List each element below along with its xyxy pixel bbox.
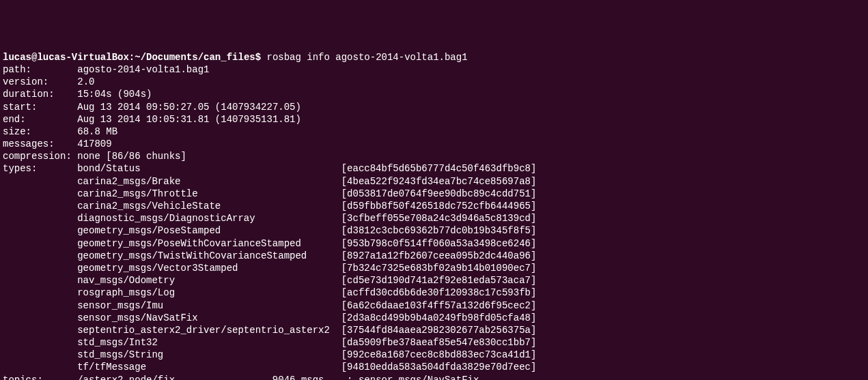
type-hash: [8927a1a12fb2607ceea095b2dc440a96]: [341, 250, 537, 261]
prompt-path: ~/Documents/can_files: [135, 52, 255, 63]
type-hash: [37544fd84aaea2982302677ab256375a]: [341, 325, 537, 336]
topics-block: topics: /asterx2_node/fix 9046 msgs : se…: [3, 374, 865, 380]
type-line: geometry_msgs/Vector3Stamped [7b324c7325…: [3, 262, 865, 274]
label-blank: [3, 213, 77, 224]
label-duration: duration:: [3, 89, 55, 100]
info-duration-line: duration: 15:04s (904s): [3, 88, 865, 100]
label-blank: [3, 188, 77, 199]
info-end-line: end: Aug 13 2014 10:05:31.81 (1407935131…: [3, 113, 865, 126]
type-name: std_msgs/Int32: [77, 337, 341, 348]
label-version: version:: [3, 76, 48, 87]
label-blank: [3, 250, 77, 261]
type-hash: [d3812c3cbc69362b77dc0b19b345f8f5]: [341, 225, 537, 236]
type-name: carina2_msgs/VehicleState: [77, 201, 341, 211]
label-blank: [3, 337, 77, 348]
prompt-line[interactable]: lucas@lucas-VirtualBox:~/Documents/can_f…: [3, 51, 865, 63]
type-hash: [6a62c6daae103f4ff57a132d6f95cec2]: [341, 300, 537, 311]
type-hash: [da5909fbe378aeaf85e547e830cc1bb7]: [341, 337, 537, 348]
info-compression-line: compression: none [86/86 chunks]: [3, 150, 865, 162]
label-blank: [3, 300, 77, 311]
label-blank: [3, 312, 77, 323]
label-blank: [3, 287, 77, 298]
value-size: 68.8 MB: [77, 126, 117, 137]
type-line: types: bond/Status [eacc84bf5d65b6777d4c…: [3, 162, 865, 175]
type-hash: [4bea522f9243fd34ea7bc74ce85697a8]: [341, 176, 537, 187]
type-hash: [7b324c7325e683bf02a9b14b01090ec7]: [341, 263, 537, 274]
topic-count: 9046: [261, 375, 295, 380]
type-line: nav_msgs/Odometry [cd5e73d190d741a2f92e8…: [3, 274, 865, 287]
type-line: std_msgs/Int32 [da5909fbe378aeaf85e547e8…: [3, 336, 865, 349]
value-compression: none [86/86 chunks]: [77, 151, 186, 162]
info-path-line: path: agosto-2014-volta1.bag1: [3, 63, 865, 76]
label-blank: [3, 362, 77, 372]
type-name: sensor_msgs/Imu: [77, 300, 341, 311]
type-line: rosgraph_msgs/Log [acffd30cd6b6de30f1209…: [3, 287, 865, 299]
type-line: carina2_msgs/Brake [4bea522f9243fd34ea7b…: [3, 175, 865, 188]
label-types: types:: [3, 163, 77, 174]
type-line: carina2_msgs/VehicleState [d59fbb8f50f42…: [3, 200, 865, 212]
label-messages: messages:: [3, 138, 55, 149]
info-version-line: version: 2.0: [3, 76, 865, 88]
type-line: sensor_msgs/Imu [6a62c6daae103f4ff57a132…: [3, 299, 865, 312]
type-hash: [953b798c0f514ff060a53a3498ce6246]: [341, 238, 537, 249]
label-path: path:: [3, 64, 31, 75]
prompt-user-host: lucas@lucas-VirtualBox: [3, 52, 129, 63]
type-name: septentrio_asterx2_driver/septentrio_ast…: [77, 325, 341, 336]
type-line: tf/tfMessage [94810edda583a504dfda3829e7…: [3, 361, 865, 373]
type-line: sensor_msgs/NavSatFix [2d3a8cd499b9b4a02…: [3, 312, 865, 324]
type-line: std_msgs/String [992ce8a1687cec8c8bd883e…: [3, 349, 865, 361]
type-hash: [992ce8a1687cec8c8bd883ec73ca41d1]: [341, 349, 537, 360]
value-messages: 417809: [77, 138, 111, 149]
type-hash: [d59fbb8f50f426518dc752cfb6444965]: [341, 201, 537, 211]
label-compression: compression:: [3, 151, 72, 162]
topic-type: sensor_msgs/NavSatFix: [359, 375, 479, 380]
separator: :: [347, 375, 359, 380]
value-start: Aug 13 2014 09:50:27.05 (1407934227.05): [77, 102, 301, 113]
type-hash: [cd5e73d190d741a2f92e81eda573aca7]: [341, 275, 537, 286]
type-name: rosgraph_msgs/Log: [77, 287, 341, 298]
type-name: geometry_msgs/Vector3Stamped: [77, 263, 341, 274]
type-name: carina2_msgs/Throttle: [77, 188, 341, 199]
type-line: geometry_msgs/TwistWithCovarianceStamped…: [3, 250, 865, 262]
info-start-line: start: Aug 13 2014 09:50:27.05 (14079342…: [3, 101, 865, 113]
type-hash: [3cfbeff055e708a24c3d946a5c8139cd]: [341, 213, 537, 224]
value-end: Aug 13 2014 10:05:31.81 (1407935131.81): [77, 114, 301, 125]
type-hash: [94810edda583a504dfda3829e70d7eec]: [341, 362, 537, 372]
command-text: rosbag info agosto-2014-volta1.bag1: [267, 52, 468, 63]
info-size-line: size: 68.8 MB: [3, 126, 865, 138]
msgs-label: msgs: [295, 375, 347, 380]
topic-name: /asterx2_node/fix: [77, 375, 261, 380]
type-name: sensor_msgs/NavSatFix: [77, 312, 341, 323]
type-hash: [d053817de0764f9ee90dbc89c4cdd751]: [341, 188, 537, 199]
type-hash: [acffd30cd6b6de30f120938c17c593fb]: [341, 287, 537, 298]
value-version: 2.0: [77, 76, 94, 87]
type-name: nav_msgs/Odometry: [77, 275, 341, 286]
label-start: start:: [3, 102, 37, 113]
label-blank: [3, 176, 77, 187]
type-name: tf/tfMessage: [77, 362, 341, 372]
types-block: types: bond/Status [eacc84bf5d65b6777d4c…: [3, 162, 865, 373]
type-name: bond/Status: [77, 163, 341, 174]
type-name: std_msgs/String: [77, 349, 341, 360]
type-line: carina2_msgs/Throttle [d053817de0764f9ee…: [3, 188, 865, 200]
label-end: end:: [3, 114, 26, 125]
label-blank: [3, 275, 77, 286]
value-path: agosto-2014-volta1.bag1: [77, 64, 209, 75]
type-hash: [2d3a8cd499b9b4a0249fb98fd05cfa48]: [341, 312, 537, 323]
type-name: carina2_msgs/Brake: [77, 176, 341, 187]
label-size: size:: [3, 126, 31, 137]
type-name: geometry_msgs/TwistWithCovarianceStamped: [77, 250, 341, 261]
value-duration: 15:04s (904s): [77, 89, 152, 100]
type-name: geometry_msgs/PoseStamped: [77, 225, 341, 236]
label-blank: [3, 238, 77, 249]
label-blank: [3, 225, 77, 236]
info-messages-line: messages: 417809: [3, 138, 865, 150]
type-line: diagnostic_msgs/DiagnosticArray [3cfbeff…: [3, 212, 865, 224]
label-blank: [3, 349, 77, 360]
label-blank: [3, 263, 77, 274]
type-line: septentrio_asterx2_driver/septentrio_ast…: [3, 324, 865, 336]
type-line: geometry_msgs/PoseStamped [d3812c3cbc693…: [3, 224, 865, 237]
type-hash: [eacc84bf5d65b6777d4c50f463dfb9c8]: [341, 163, 537, 174]
terminal-output: lucas@lucas-VirtualBox:~/Documents/can_f…: [3, 51, 865, 380]
type-line: geometry_msgs/PoseWithCovarianceStamped …: [3, 237, 865, 250]
